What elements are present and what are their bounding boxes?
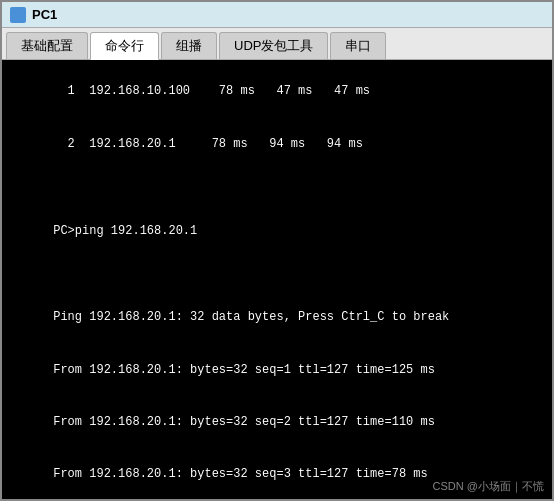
tab-commandline[interactable]: 命令行: [90, 32, 159, 60]
terminal-line-5: From 192.168.20.1: bytes=32 seq=1 ttl=12…: [53, 363, 435, 377]
tab-serial[interactable]: 串口: [330, 32, 386, 59]
terminal-line-1: 1 192.168.10.100 78 ms 47 ms 47 ms: [53, 84, 370, 98]
terminal-line-3: PC>ping 192.168.20.1: [53, 224, 197, 238]
terminal-line-7: From 192.168.20.1: bytes=32 seq=3 ttl=12…: [53, 467, 427, 481]
tab-basics[interactable]: 基础配置: [6, 32, 88, 59]
title-bar: PC1: [2, 2, 552, 28]
terminal[interactable]: 1 192.168.10.100 78 ms 47 ms 47 ms 2 192…: [2, 60, 552, 499]
window: PC1 基础配置 命令行 组播 UDP发包工具 串口 1 192.168.10.…: [0, 0, 554, 501]
watermark: CSDN @小场面｜不慌: [433, 479, 544, 495]
tab-multicast[interactable]: 组播: [161, 32, 217, 59]
terminal-line-4: Ping 192.168.20.1: 32 data bytes, Press …: [53, 310, 449, 324]
tab-udp[interactable]: UDP发包工具: [219, 32, 328, 59]
window-icon: [10, 7, 26, 23]
terminal-line-6: From 192.168.20.1: bytes=32 seq=2 ttl=12…: [53, 415, 435, 429]
terminal-output: 1 192.168.10.100 78 ms 47 ms 47 ms 2 192…: [10, 66, 544, 499]
tab-bar: 基础配置 命令行 组播 UDP发包工具 串口: [2, 28, 552, 60]
window-title: PC1: [32, 7, 57, 22]
terminal-line-2: 2 192.168.20.1 78 ms 94 ms 94 ms: [53, 137, 363, 151]
